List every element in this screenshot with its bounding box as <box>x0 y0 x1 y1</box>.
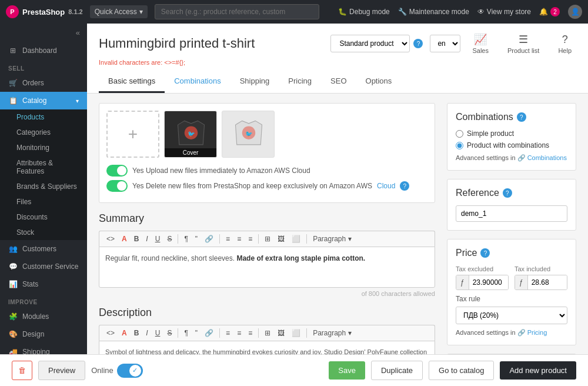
toolbar-align-left[interactable]: ≡ <box>223 234 232 244</box>
tab-combinations[interactable]: Combinations <box>165 71 230 93</box>
tab-basic-settings[interactable]: Basic settings <box>99 71 165 93</box>
sidebar-item-discounts[interactable]: Discounts <box>0 209 87 225</box>
tax-included-input[interactable] <box>528 275 567 290</box>
tab-shipping[interactable]: Shipping <box>230 71 279 93</box>
desc-toolbar-embed[interactable]: ⬜ <box>289 328 303 338</box>
logo[interactable]: P PrestaShop 8.1.2 <box>6 5 83 18</box>
tax-rule-select[interactable]: ПДВ (20%) <box>456 307 567 324</box>
toolbar-blockquote[interactable]: ¶ <box>182 234 190 244</box>
pricing-link[interactable]: 🔗 Pricing <box>517 329 547 336</box>
product-type-help-icon[interactable]: ? <box>413 39 423 48</box>
toolbar-code[interactable]: <> <box>104 234 117 244</box>
desc-toolbar-strikethrough[interactable]: S <box>165 328 174 338</box>
image-thumb-1[interactable]: 🐦 <box>164 111 217 158</box>
description-editor[interactable]: Symbol of lightness and delicacy, the hu… <box>99 341 435 354</box>
with-combinations-radio-label[interactable]: Product with combinations <box>456 141 567 149</box>
sidebar-item-stock[interactable]: Stock <box>0 225 87 240</box>
sidebar-item-modules[interactable]: 🧩 Modules <box>0 308 87 325</box>
desc-toolbar-link[interactable]: 🔗 <box>202 328 216 338</box>
toolbar-embed[interactable]: ⬜ <box>289 234 303 244</box>
save-button[interactable]: Save <box>329 361 365 380</box>
user-avatar[interactable]: 👤 <box>568 5 582 19</box>
aws-upload-toggle[interactable] <box>106 165 128 177</box>
toolbar-paragraph-select[interactable]: Paragraph ▾ <box>310 234 353 244</box>
sidebar-item-customer-service[interactable]: 💬 Customer Service <box>0 258 87 275</box>
sidebar-item-categories[interactable]: Categories <box>0 125 87 140</box>
product-title-input[interactable] <box>99 34 323 54</box>
toolbar-table[interactable]: ⊞ <box>262 234 273 244</box>
quick-access-button[interactable]: Quick Access ▾ <box>90 5 148 18</box>
search-input[interactable] <box>155 4 319 19</box>
go-to-catalog-button[interactable]: Go to catalog <box>429 361 494 380</box>
sidebar-item-catalog[interactable]: 📋 Catalog ▾ <box>0 92 87 109</box>
toolbar-italic[interactable]: I <box>143 234 150 244</box>
toolbar-image[interactable]: 🖼 <box>275 234 287 244</box>
desc-toolbar-list-num[interactable]: ≡ <box>246 328 255 338</box>
toolbar-quote[interactable]: " <box>193 234 200 244</box>
preview-button[interactable]: Preview <box>38 361 85 380</box>
maintenance-mode-button[interactable]: 🔧 Maintenance mode <box>398 8 469 16</box>
tab-pricing[interactable]: Pricing <box>279 71 321 93</box>
tab-seo[interactable]: SEO <box>321 71 356 93</box>
toolbar-list-num[interactable]: ≡ <box>246 234 255 244</box>
simple-product-radio-label[interactable]: Simple product <box>456 129 567 138</box>
reference-input[interactable] <box>456 205 567 222</box>
simple-product-radio[interactable] <box>456 130 463 138</box>
sidebar-item-attributes[interactable]: Attributes & Features <box>0 155 87 179</box>
cloud-help-icon[interactable]: ? <box>400 181 409 191</box>
sidebar-item-orders[interactable]: 🛒 Orders <box>0 74 87 92</box>
cloud-link[interactable]: Cloud <box>377 182 395 190</box>
desc-toolbar-quote[interactable]: " <box>193 328 200 338</box>
notifications-button[interactable]: 🔔 2 <box>539 7 560 16</box>
sidebar-item-stats[interactable]: 📊 Stats <box>0 275 87 293</box>
desc-toolbar-image[interactable]: 🖼 <box>275 328 287 338</box>
toolbar-strikethrough[interactable]: S <box>165 234 174 244</box>
desc-toolbar-text-color[interactable]: A <box>119 328 129 338</box>
aws-delete-toggle[interactable] <box>106 180 128 192</box>
sidebar-item-products[interactable]: Products <box>0 109 87 125</box>
desc-toolbar-bold[interactable]: B <box>132 328 142 338</box>
sidebar-item-files[interactable]: Files <box>0 194 87 209</box>
desc-toolbar-paragraph[interactable]: Paragraph ▾ <box>310 328 353 338</box>
sales-button[interactable]: 📈 Sales <box>467 31 493 56</box>
tab-options[interactable]: Options <box>356 71 402 93</box>
debug-mode-button[interactable]: 🐛 Debug mode <box>338 8 390 16</box>
sidebar-item-shipping[interactable]: 🚚 Shipping <box>0 343 87 354</box>
add-image-button[interactable]: + <box>106 111 159 158</box>
desc-toolbar-list-bullet[interactable]: ≡ <box>235 328 243 338</box>
desc-toolbar-table[interactable]: ⊞ <box>262 328 273 338</box>
combinations-help-icon[interactable]: ? <box>517 112 526 122</box>
toolbar-link[interactable]: 🔗 <box>202 234 216 244</box>
view-store-button[interactable]: 👁 View my store <box>477 8 531 16</box>
toolbar-text-color[interactable]: A <box>119 234 129 244</box>
desc-toolbar-underline[interactable]: U <box>153 328 163 338</box>
desc-toolbar-blockquote[interactable]: ¶ <box>182 328 190 338</box>
image-thumb-2[interactable]: 🐦 <box>222 111 275 158</box>
product-list-button[interactable]: ☰ Product list <box>503 31 544 56</box>
help-button[interactable]: ? Help <box>553 31 576 56</box>
with-combinations-radio[interactable] <box>456 142 463 149</box>
delete-button[interactable]: 🗑 <box>12 361 32 380</box>
reference-help-icon[interactable]: ? <box>503 188 512 198</box>
desc-toolbar-italic[interactable]: I <box>143 328 150 338</box>
sidebar-item-monitoring[interactable]: Monitoring <box>0 140 87 155</box>
product-type-select[interactable]: Standard product Pack of products Virtua… <box>330 35 410 52</box>
combinations-link[interactable]: 🔗 Combinations <box>517 154 567 161</box>
toolbar-list-bullet[interactable]: ≡ <box>235 234 243 244</box>
price-help-icon[interactable]: ? <box>480 248 490 258</box>
online-toggle-switch[interactable] <box>117 364 143 378</box>
tax-excluded-input[interactable] <box>469 275 508 290</box>
sidebar-item-design[interactable]: 🎨 Design <box>0 325 87 343</box>
toolbar-bold[interactable]: B <box>132 234 142 244</box>
sidebar-item-dashboard[interactable]: ⊞ Dashboard <box>0 42 87 59</box>
desc-toolbar-align[interactable]: ≡ <box>223 328 232 338</box>
product-lang-select[interactable]: en <box>430 35 460 52</box>
summary-editor[interactable]: Regular fit, round neckline, short sleev… <box>99 247 435 288</box>
duplicate-button[interactable]: Duplicate <box>371 361 423 380</box>
toolbar-underline[interactable]: U <box>153 234 163 244</box>
sidebar-item-brands[interactable]: Brands & Suppliers <box>0 179 87 194</box>
sidebar-toggle[interactable]: « <box>0 24 87 42</box>
sidebar-item-customers[interactable]: 👥 Customers <box>0 240 87 258</box>
desc-toolbar-code[interactable]: <> <box>104 328 117 338</box>
add-new-product-button[interactable]: Add new product <box>500 361 576 380</box>
